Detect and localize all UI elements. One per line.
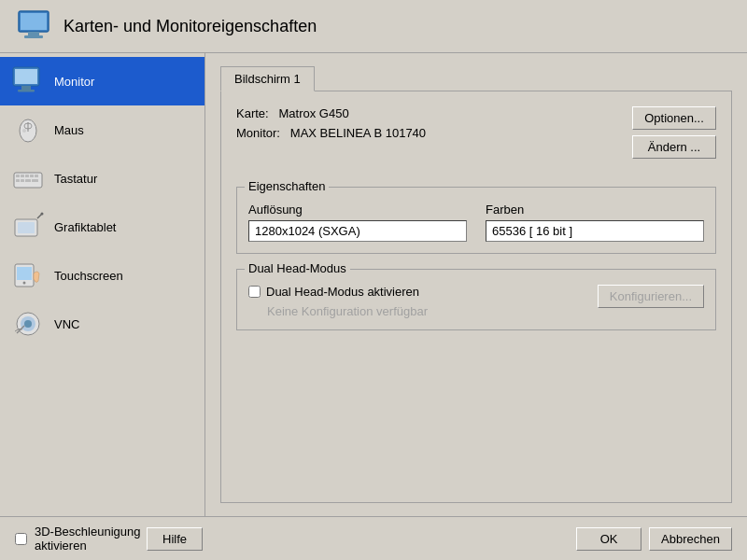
- svg-rect-7: [18, 90, 35, 92]
- abbrechen-button[interactable]: Abbrechen: [649, 527, 732, 551]
- tab-bildschirm1[interactable]: Bildschirm 1: [220, 66, 315, 91]
- svg-rect-19: [21, 179, 24, 182]
- aufloesung-select-wrapper: 1280x1024 (SXGA) 1024x768 (XGA) 747x560 …: [248, 220, 467, 242]
- sidebar-label-monitor: Monitor: [54, 75, 94, 89]
- 3d-checkbox[interactable]: [15, 533, 27, 545]
- dualhead-disabled-text: Keine Konfiguration verfügbar: [267, 304, 428, 318]
- farben-select[interactable]: 65536 [ 16 bit ] 16777216 [ 24 bit ] 256…: [486, 220, 704, 242]
- dialog: Karten- und Monitoreigenschaften Monitor: [0, 0, 747, 560]
- aendern-button[interactable]: Ändern ...: [632, 135, 716, 159]
- dualhead-row: Dual Head-Modus aktivieren Keine Konfigu…: [248, 285, 704, 318]
- karte-label: Karte:: [236, 106, 269, 120]
- monitor-sidebar-icon: [11, 64, 45, 98]
- sidebar-item-monitor[interactable]: Monitor: [0, 57, 204, 105]
- svg-point-25: [41, 213, 44, 216]
- dialog-header-icon: [15, 9, 52, 43]
- sidebar-item-touchscreen[interactable]: Touchscreen: [0, 251, 204, 300]
- sidebar-item-grafiktablet[interactable]: Grafiktablet: [0, 203, 204, 251]
- monitor-value: MAX BELINEA B 101740: [290, 126, 426, 140]
- dialog-body: Monitor Maus: [0, 53, 747, 516]
- dualhead-checkbox[interactable]: [248, 286, 261, 298]
- aufloesung-label: Auflösung: [248, 203, 467, 217]
- dualhead-checkbox-row: Dual Head-Modus aktivieren: [248, 285, 428, 299]
- svg-rect-18: [16, 179, 20, 182]
- dualhead-title: Dual Head-Modus: [245, 261, 350, 275]
- sidebar-item-tastatur[interactable]: Tastatur: [0, 154, 204, 203]
- dualhead-right: Konfigurieren...: [598, 285, 704, 308]
- svg-rect-17: [35, 175, 38, 177]
- optionen-button[interactable]: Optionen...: [632, 106, 716, 130]
- bottom-right: OK Abbrechen: [576, 527, 732, 551]
- info-buttons: Optionen... Ändern ...: [632, 106, 716, 159]
- dualhead-content: Dual Head-Modus aktivieren Keine Konfigu…: [248, 285, 704, 318]
- farben-label: Farben: [486, 203, 704, 217]
- grafiktablet-sidebar-icon: [11, 210, 45, 244]
- sidebar-label-vnc: VNC: [54, 317, 79, 331]
- sidebar: Monitor Maus: [0, 53, 205, 516]
- svg-rect-20: [25, 179, 31, 182]
- svg-rect-13: [16, 175, 20, 177]
- svg-rect-14: [21, 175, 24, 177]
- svg-rect-23: [18, 222, 35, 233]
- svg-point-28: [23, 282, 26, 285]
- aufloesung-col: Auflösung 1280x1024 (SXGA) 1024x768 (XGA…: [248, 203, 467, 242]
- svg-rect-27: [17, 267, 32, 280]
- ok-button[interactable]: OK: [576, 527, 641, 551]
- monitor-label: Monitor:: [236, 126, 280, 140]
- karte-value: Matrox G450: [279, 106, 349, 120]
- tastatur-sidebar-icon: [11, 161, 45, 195]
- svg-point-11: [22, 129, 26, 133]
- hilfe-button[interactable]: Hilfe: [147, 527, 203, 551]
- touchscreen-sidebar-icon: [11, 259, 45, 292]
- svg-rect-21: [32, 179, 38, 182]
- svg-rect-6: [21, 86, 31, 90]
- 3d-checkbox-label[interactable]: 3D-Beschleunigung aktivieren: [35, 525, 147, 553]
- sidebar-item-vnc[interactable]: VNC: [0, 300, 204, 348]
- svg-point-31: [24, 320, 32, 328]
- sidebar-label-maus: Maus: [54, 123, 84, 137]
- svg-rect-15: [25, 175, 29, 177]
- bottom-left: 3D-Beschleunigung aktivieren: [15, 525, 147, 553]
- sidebar-label-grafiktablet: Grafiktablet: [54, 220, 116, 234]
- eigenschaften-cols: Auflösung 1280x1024 (SXGA) 1024x768 (XGA…: [248, 203, 704, 242]
- bottom-buttons-wrapper: Hilfe OK Abbrechen: [147, 527, 732, 551]
- konfigurieren-button[interactable]: Konfigurieren...: [598, 285, 704, 308]
- bottom-bar: 3D-Beschleunigung aktivieren Hilfe OK Ab…: [0, 516, 747, 560]
- sidebar-item-maus[interactable]: Maus: [0, 105, 204, 154]
- svg-rect-3: [24, 35, 43, 38]
- dualhead-checkbox-label[interactable]: Dual Head-Modus aktivieren: [266, 285, 419, 299]
- eigenschaften-group: Eigenschaften Auflösung 1280x1024 (SXGA)…: [236, 187, 716, 254]
- farben-col: Farben 65536 [ 16 bit ] 16777216 [ 24 bi…: [486, 203, 704, 242]
- svg-rect-16: [30, 175, 34, 177]
- eigenschaften-content: Auflösung 1280x1024 (SXGA) 1024x768 (XGA…: [248, 203, 704, 242]
- maus-sidebar-icon: [11, 113, 45, 147]
- svg-rect-5: [15, 69, 37, 84]
- dialog-header: Karten- und Monitoreigenschaften: [0, 0, 747, 53]
- farben-select-wrapper: 65536 [ 16 bit ] 16777216 [ 24 bit ] 256…: [486, 220, 704, 242]
- dualhead-left: Dual Head-Modus aktivieren Keine Konfigu…: [248, 285, 428, 318]
- svg-rect-1: [21, 13, 47, 30]
- eigenschaften-title: Eigenschaften: [245, 179, 329, 193]
- main-content: Bildschirm 1 Karte: Matrox G450 Monitor:…: [205, 53, 747, 516]
- vnc-sidebar-icon: [11, 307, 45, 341]
- svg-rect-2: [28, 32, 39, 35]
- dialog-title: Karten- und Monitoreigenschaften: [63, 17, 317, 36]
- tab-bar: Bildschirm 1: [220, 66, 732, 91]
- sidebar-label-touchscreen: Touchscreen: [54, 269, 123, 283]
- dualhead-group: Dual Head-Modus Dual Head-Modus aktivier…: [236, 269, 716, 330]
- sidebar-label-tastatur: Tastatur: [54, 172, 97, 186]
- content-panel: Karte: Matrox G450 Monitor: MAX BELINEA …: [220, 91, 732, 503]
- aufloesung-select[interactable]: 1280x1024 (SXGA) 1024x768 (XGA) 747x560 …: [248, 220, 467, 242]
